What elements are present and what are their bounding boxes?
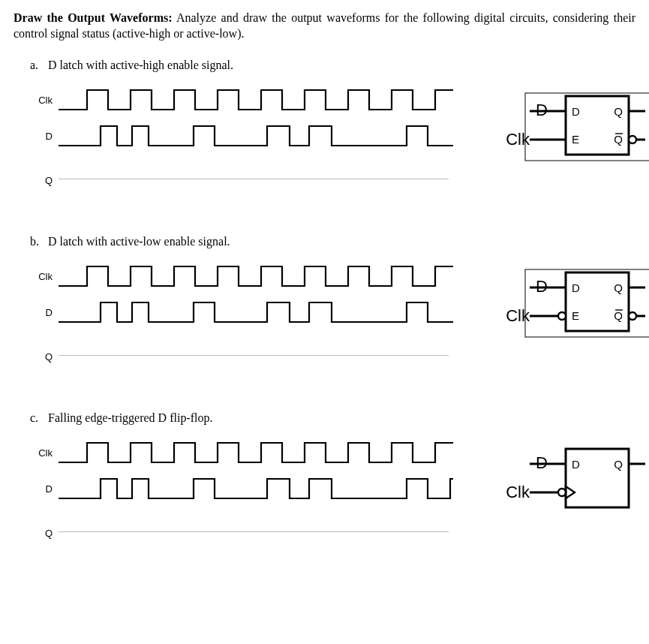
d-label: D	[35, 131, 56, 142]
problem-c-waves: Clk D Q	[35, 438, 455, 562]
problem-a-waves: Clk D Q	[35, 86, 455, 209]
clk-label: Clk	[35, 447, 56, 459]
problem-b-desc: D latch with active-low enable signal.	[48, 235, 230, 248]
clk-label: Clk	[35, 95, 56, 106]
problem-a: a. D latch with active-high enable signa…	[14, 59, 635, 209]
q-blank-line	[59, 531, 449, 556]
svg-text:Clk: Clk	[506, 306, 530, 325]
q-label: Q	[35, 175, 56, 186]
problem-c-desc: Falling edge-triggered D flip-flop.	[48, 411, 213, 424]
svg-point-22	[629, 312, 636, 320]
q-label: Q	[35, 351, 56, 363]
svg-text:D: D	[572, 458, 580, 471]
svg-point-33	[558, 489, 566, 496]
svg-text:D: D	[536, 453, 548, 472]
svg-text:Q: Q	[614, 105, 623, 118]
heading: Draw the Output Waveforms: Analyze and d…	[14, 11, 635, 42]
problem-a-title: a. D latch with active-high enable signa…	[30, 59, 635, 72]
svg-point-19	[558, 312, 566, 320]
clk-waveform	[56, 86, 453, 116]
svg-point-7	[629, 136, 636, 143]
q-blank-line	[59, 179, 449, 203]
svg-text:Q: Q	[614, 458, 623, 471]
problem-b-waves: Clk D Q	[35, 262, 455, 386]
q-blank-line	[59, 355, 449, 380]
problem-b-letter: b.	[30, 235, 45, 248]
d-label: D	[35, 307, 56, 318]
svg-text:E: E	[572, 133, 579, 146]
svg-text:Q: Q	[614, 309, 623, 322]
clk-waveform	[56, 262, 453, 292]
problem-c-title: c. Falling edge-triggered D flip-flop.	[30, 411, 635, 425]
problem-c-schematic: DClkDQ	[477, 438, 649, 518]
problem-a-schematic: DClkDQEQ	[477, 86, 649, 165]
d-waveform	[56, 298, 453, 328]
d-waveform	[56, 474, 453, 504]
heading-bold: Draw the Output Waveforms:	[14, 11, 173, 24]
problem-c-letter: c.	[30, 411, 45, 425]
svg-text:Clk: Clk	[506, 483, 530, 501]
problem-a-letter: a.	[30, 59, 45, 72]
svg-text:D: D	[572, 105, 580, 118]
problem-c: c. Falling edge-triggered D flip-flop. C…	[14, 411, 635, 562]
problem-b-schematic: DClkDQEQ	[477, 262, 649, 342]
svg-text:Clk: Clk	[506, 130, 530, 149]
svg-text:Q: Q	[614, 281, 623, 294]
d-waveform	[56, 122, 453, 152]
svg-text:D: D	[536, 277, 548, 296]
svg-text:D: D	[572, 281, 580, 294]
clk-waveform	[56, 438, 453, 468]
problem-b-title: b. D latch with active-low enable signal…	[30, 235, 635, 248]
problem-a-desc: D latch with active-high enable signal.	[48, 59, 233, 71]
svg-text:E: E	[572, 309, 579, 322]
clk-label: Clk	[35, 271, 56, 282]
d-label: D	[35, 483, 56, 495]
svg-text:D: D	[536, 101, 548, 119]
q-label: Q	[35, 528, 56, 539]
svg-text:Q: Q	[614, 133, 623, 146]
problem-b: b. D latch with active-low enable signal…	[14, 235, 635, 386]
